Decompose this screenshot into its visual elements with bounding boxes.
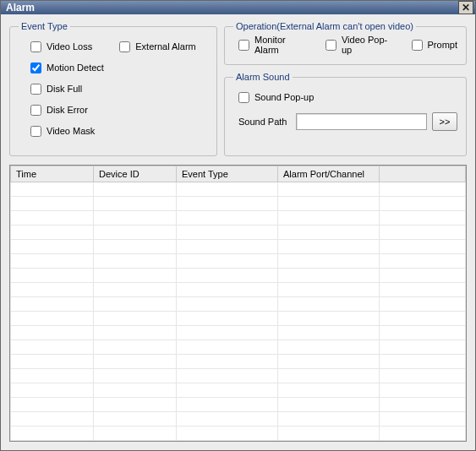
table-cell	[278, 211, 380, 226]
table-cell	[380, 326, 466, 340]
motion-detect-option[interactable]: Motion Detect	[30, 61, 208, 74]
table-cell	[177, 326, 278, 340]
column-header[interactable]: Time	[11, 166, 94, 182]
column-header[interactable]: Event Type	[177, 166, 278, 182]
monitor-alarm-option[interactable]: Monitor Alarm	[238, 38, 310, 52]
disk-full-option[interactable]: Disk Full	[30, 82, 208, 95]
right-panels: Operation(External Alarm can't open vide…	[224, 21, 467, 156]
table-cell	[278, 369, 380, 383]
table-cell	[11, 182, 94, 197]
table-cell	[94, 297, 177, 312]
table-row[interactable]	[11, 326, 466, 340]
disk-full-checkbox[interactable]	[30, 84, 41, 95]
video-loss-option[interactable]: Video Loss	[30, 40, 92, 53]
table-row[interactable]	[11, 269, 466, 283]
table-cell	[11, 340, 94, 355]
disk-error-option[interactable]: Disk Error	[30, 103, 208, 117]
table-cell	[11, 269, 94, 283]
video-popup-option[interactable]: Video Pop-up	[326, 38, 397, 52]
table-cell	[11, 412, 94, 427]
close-button[interactable]: ✕	[458, 1, 473, 14]
table-cell	[11, 283, 94, 297]
table-row[interactable]	[11, 283, 466, 297]
column-header[interactable]: Alarm Port/Channel	[278, 166, 380, 182]
monitor-alarm-label: Monitor Alarm	[254, 35, 310, 55]
table-cell	[278, 326, 380, 340]
table-cell	[177, 340, 278, 355]
video-mask-label: Video Mask	[47, 126, 95, 136]
sound-path-label: Sound Path	[238, 117, 291, 127]
table-row[interactable]	[11, 297, 466, 312]
table-row[interactable]	[11, 412, 466, 427]
alarm-table-body	[11, 182, 466, 441]
table-row[interactable]	[11, 197, 466, 211]
alarm-sound-legend: Alarm Sound	[233, 72, 293, 82]
table-row[interactable]	[11, 369, 466, 383]
table-cell	[278, 226, 380, 240]
table-cell	[94, 398, 177, 412]
column-header[interactable]: Device ID	[94, 166, 177, 182]
window-title: Alarm	[6, 2, 35, 14]
table-cell	[177, 240, 278, 254]
video-loss-checkbox[interactable]	[30, 41, 41, 52]
table-cell	[11, 254, 94, 269]
table-row[interactable]	[11, 355, 466, 369]
alarm-table-wrap: TimeDevice IDEvent TypeAlarm Port/Channe…	[9, 165, 467, 442]
table-row[interactable]	[11, 226, 466, 240]
table-row[interactable]	[11, 240, 466, 254]
alarm-sound-group: Alarm Sound Sound Pop-up Sound Path >>	[224, 72, 467, 156]
table-cell	[11, 226, 94, 240]
table-cell	[94, 383, 177, 398]
event-type-options: Video Loss External Alarm Motion Detect	[19, 38, 208, 143]
sound-path-row: Sound Path >>	[238, 112, 457, 131]
top-panels: Event Type Video Loss External Alarm	[9, 21, 467, 156]
table-row[interactable]	[11, 211, 466, 226]
motion-detect-checkbox[interactable]	[30, 62, 41, 73]
prompt-option[interactable]: Prompt	[412, 38, 457, 52]
table-row[interactable]	[11, 398, 466, 412]
prompt-checkbox[interactable]	[412, 40, 423, 51]
video-mask-option[interactable]: Video Mask	[30, 124, 208, 138]
video-popup-checkbox[interactable]	[326, 40, 336, 51]
table-cell	[278, 182, 380, 197]
table-cell	[177, 412, 278, 427]
table-cell	[11, 383, 94, 398]
operation-group: Operation(External Alarm can't open vide…	[224, 21, 467, 65]
table-cell	[278, 427, 380, 441]
table-cell	[380, 340, 466, 355]
table-row[interactable]	[11, 312, 466, 326]
table-cell	[278, 312, 380, 326]
table-row[interactable]	[11, 182, 466, 197]
browse-button[interactable]: >>	[432, 112, 457, 131]
table-cell	[94, 254, 177, 269]
sound-popup-checkbox[interactable]	[238, 92, 249, 103]
table-row[interactable]	[11, 340, 466, 355]
table-cell	[11, 427, 94, 441]
browse-button-label: >>	[440, 117, 451, 127]
table-cell	[177, 297, 278, 312]
table-cell	[177, 355, 278, 369]
event-type-legend: Event Type	[19, 21, 70, 31]
table-cell	[177, 197, 278, 211]
external-alarm-checkbox[interactable]	[119, 41, 130, 52]
table-row[interactable]	[11, 427, 466, 441]
monitor-alarm-checkbox[interactable]	[238, 40, 249, 51]
table-cell	[380, 197, 466, 211]
table-cell	[94, 197, 177, 211]
external-alarm-option[interactable]: External Alarm	[119, 40, 196, 53]
video-mask-checkbox[interactable]	[30, 126, 41, 137]
table-cell	[11, 369, 94, 383]
table-cell	[380, 398, 466, 412]
table-cell	[278, 240, 380, 254]
table-cell	[278, 283, 380, 297]
table-cell	[11, 211, 94, 226]
titlebar: Alarm ✕	[1, 1, 475, 14]
table-cell	[94, 369, 177, 383]
column-header[interactable]	[380, 166, 466, 182]
table-cell	[94, 240, 177, 254]
sound-popup-option[interactable]: Sound Pop-up	[238, 90, 457, 104]
sound-path-input[interactable]	[296, 113, 427, 130]
disk-error-checkbox[interactable]	[30, 105, 41, 116]
table-row[interactable]	[11, 254, 466, 269]
table-row[interactable]	[11, 383, 466, 398]
